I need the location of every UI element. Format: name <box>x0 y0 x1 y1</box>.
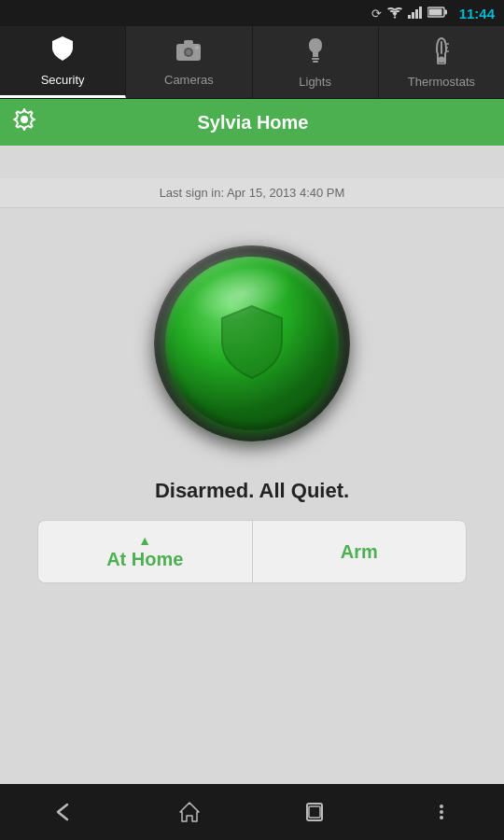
back-button[interactable] <box>0 799 126 825</box>
at-home-label: At Home <box>106 549 183 570</box>
signal-icon <box>408 6 423 21</box>
home-button[interactable] <box>126 799 252 825</box>
svg-point-16 <box>438 56 444 63</box>
home-icon <box>176 799 203 825</box>
bottom-nav <box>0 784 504 840</box>
security-button-wrap <box>154 245 350 441</box>
svg-rect-10 <box>184 40 193 45</box>
header-bar: Sylvia Home <box>0 99 504 146</box>
svg-point-22 <box>440 805 443 808</box>
more-button[interactable] <box>378 799 504 825</box>
svg-point-24 <box>440 816 443 819</box>
lights-icon <box>303 36 328 71</box>
nav-tabs: Security Cameras <box>0 26 504 99</box>
svg-rect-12 <box>312 58 319 60</box>
rotate-icon: ⟳ <box>371 7 382 21</box>
svg-rect-15 <box>441 41 442 54</box>
svg-rect-5 <box>444 9 447 14</box>
content-area: Last sign in: Apr 15, 2013 4:40 PM Disar… <box>0 146 504 840</box>
back-icon <box>50 799 77 825</box>
app-container: ⟳ <box>0 0 504 840</box>
arm-button[interactable]: Arm <box>252 520 468 583</box>
thermostat-icon <box>429 36 454 71</box>
arm-label: Arm <box>341 541 378 563</box>
security-button[interactable] <box>165 257 339 430</box>
svg-rect-6 <box>428 8 441 15</box>
wifi-icon <box>386 6 403 21</box>
tab-cameras-label: Cameras <box>164 73 214 87</box>
svg-point-11 <box>195 46 199 49</box>
svg-rect-1 <box>412 12 414 19</box>
svg-point-9 <box>186 49 191 55</box>
action-buttons: ▲ At Home Arm <box>37 520 467 583</box>
at-home-arrow: ▲ <box>138 534 151 547</box>
camera-icon <box>175 38 203 69</box>
tab-security-label: Security <box>41 73 85 87</box>
security-button-outer <box>154 245 350 441</box>
tab-security[interactable]: Security <box>0 26 126 98</box>
status-bar: ⟳ <box>0 0 504 26</box>
last-signin-text: Last sign in: Apr 15, 2013 4:40 PM <box>160 186 345 200</box>
svg-rect-2 <box>415 9 418 19</box>
tab-thermostats-label: Thermostats <box>408 75 475 89</box>
security-icon <box>49 35 77 69</box>
status-icons: ⟳ <box>371 6 448 21</box>
status-time: 11:44 <box>459 6 495 21</box>
svg-rect-3 <box>419 7 422 19</box>
more-icon <box>428 799 455 825</box>
at-home-button[interactable]: ▲ At Home <box>37 520 252 583</box>
tab-cameras[interactable]: Cameras <box>126 26 252 98</box>
svg-rect-21 <box>309 806 320 818</box>
header-title: Sylvia Home <box>47 112 459 133</box>
status-text: Disarmed. All Quiet. <box>155 479 349 503</box>
battery-icon <box>427 7 448 21</box>
svg-rect-0 <box>408 15 411 19</box>
last-signin-bar: Last sign in: Apr 15, 2013 4:40 PM <box>0 178 504 208</box>
tab-thermostats[interactable]: Thermostats <box>379 26 504 98</box>
tab-lights[interactable]: Lights <box>253 26 379 98</box>
gear-icon[interactable] <box>13 108 35 136</box>
recents-icon <box>302 799 329 825</box>
tab-lights-label: Lights <box>299 75 331 89</box>
svg-rect-13 <box>313 61 318 63</box>
shield-icon <box>215 301 289 385</box>
svg-point-23 <box>440 810 443 814</box>
recents-button[interactable] <box>252 799 378 825</box>
